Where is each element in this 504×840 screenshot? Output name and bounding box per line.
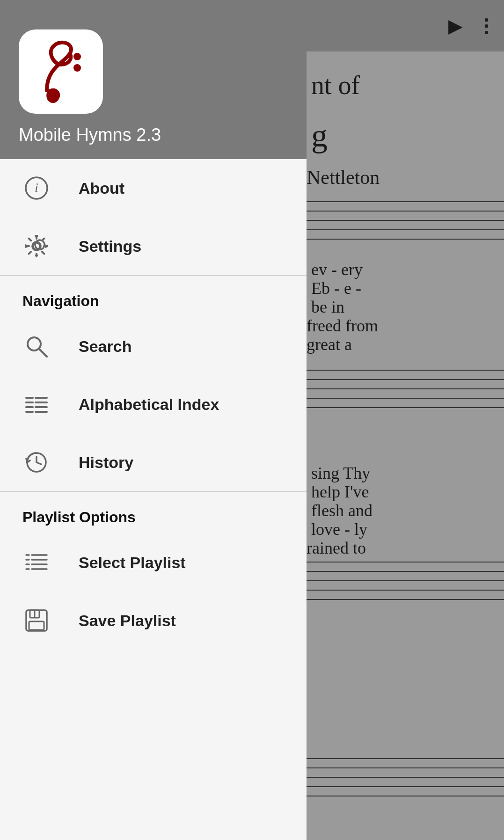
alphabetical-index-label: Alphabetical Index — [79, 395, 219, 414]
bass-clef-icon — [33, 39, 89, 104]
about-label: About — [79, 179, 124, 197]
navigation-section-header: Navigation — [0, 276, 307, 317]
menu-item-save-playlist[interactable]: Save Playlist — [0, 592, 307, 650]
sheet-music-overlay — [307, 0, 504, 840]
menu-item-select-playlist[interactable]: Select Playlist — [0, 533, 307, 592]
list-icon — [22, 390, 51, 418]
save-playlist-label: Save Playlist — [79, 612, 176, 630]
settings-label: Settings — [79, 237, 141, 256]
svg-point-0 — [73, 53, 81, 60]
history-icon — [22, 448, 51, 476]
gear-icon — [22, 232, 51, 260]
svg-line-18 — [37, 462, 41, 464]
app-title: Mobile Hymns 2.3 — [19, 125, 161, 145]
menu-item-history[interactable]: History — [0, 433, 307, 491]
app-logo — [19, 29, 103, 114]
drawer-header: Mobile Hymns 2.3 — [0, 0, 307, 159]
menu-item-search[interactable]: Search — [0, 317, 307, 375]
svg-rect-29 — [29, 621, 44, 630]
playlist-options-section-header: Playlist Options — [0, 492, 307, 533]
svg-text:i: i — [35, 180, 38, 195]
menu-item-settings[interactable]: Settings — [0, 217, 307, 275]
drawer-content: i About Settings Navigation — [0, 159, 307, 840]
search-label: Search — [79, 337, 131, 356]
menu-item-about[interactable]: i About — [0, 159, 307, 217]
svg-line-7 — [39, 349, 47, 357]
search-icon — [22, 332, 51, 360]
save-icon — [22, 606, 51, 635]
navigation-drawer: Mobile Hymns 2.3 i About — [0, 0, 307, 840]
select-playlist-label: Select Playlist — [79, 554, 186, 572]
history-label: History — [79, 453, 133, 472]
svg-point-1 — [73, 64, 81, 72]
menu-item-alphabetical-index[interactable]: Alphabetical Index — [0, 375, 307, 433]
info-icon: i — [22, 174, 51, 202]
select-playlist-icon — [22, 548, 51, 577]
